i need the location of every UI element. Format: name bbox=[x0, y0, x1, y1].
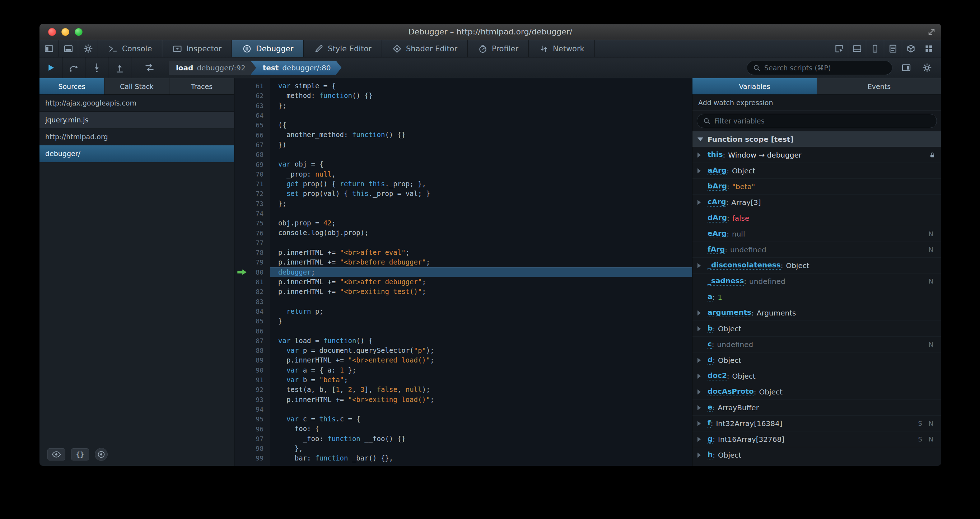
filter-variables-input[interactable] bbox=[714, 117, 931, 125]
code-line[interactable]: ({ bbox=[270, 120, 692, 130]
tab-style-editor[interactable]: Style Editor bbox=[304, 40, 382, 57]
expand-arrow-icon[interactable] bbox=[697, 358, 701, 363]
expand-arrow-icon[interactable] bbox=[697, 326, 701, 331]
code-line[interactable]: foo: { bbox=[270, 424, 692, 433]
tab-traces[interactable]: Traces bbox=[169, 78, 234, 94]
code-line[interactable]: return p; bbox=[270, 307, 692, 316]
resume-button[interactable] bbox=[40, 57, 62, 78]
app-grid-icon[interactable] bbox=[920, 40, 938, 57]
line-number[interactable]: 99 bbox=[234, 453, 270, 463]
code-line[interactable] bbox=[270, 150, 692, 159]
variable-row-c[interactable]: c:undefinedN bbox=[692, 337, 941, 352]
tab-console[interactable]: Console bbox=[98, 40, 162, 57]
variable-row-d[interactable]: d:Object bbox=[692, 352, 941, 368]
expand-arrow-icon[interactable] bbox=[697, 452, 701, 458]
line-number[interactable]: 88 bbox=[234, 345, 270, 355]
line-number[interactable]: 70 bbox=[234, 169, 270, 179]
code-line[interactable]: }; bbox=[270, 101, 692, 111]
code-line[interactable]: var a = { a: 1 }; bbox=[270, 365, 692, 375]
close-button[interactable] bbox=[48, 28, 56, 36]
code-line[interactable]: bar: function _bar() {}, bbox=[270, 453, 692, 463]
responsive-mode-icon[interactable] bbox=[866, 40, 884, 57]
code-line[interactable]: p.innerHTML += "<br>exiting load()"; bbox=[270, 395, 692, 404]
code-line[interactable] bbox=[270, 209, 692, 218]
code-line[interactable] bbox=[270, 326, 692, 336]
add-watch-expression[interactable]: Add watch expression bbox=[692, 95, 941, 111]
variable-row-docAsProto[interactable]: docAsProto:Object bbox=[692, 384, 941, 400]
pick-element-icon[interactable] bbox=[830, 40, 848, 57]
line-number[interactable]: 68 bbox=[234, 150, 270, 159]
variable-row-_sadness[interactable]: _sadness:undefinedN bbox=[692, 274, 941, 289]
line-number[interactable]: 79 bbox=[234, 257, 270, 267]
variable-row-aArg[interactable]: aArg:Object bbox=[692, 163, 941, 179]
code-line[interactable] bbox=[270, 111, 692, 120]
gear-icon[interactable] bbox=[78, 40, 98, 57]
source-item[interactable]: http://htmlpad.org bbox=[40, 129, 234, 145]
tab-shader-editor[interactable]: Shader Editor bbox=[382, 40, 468, 57]
toggle-panes-button[interactable] bbox=[899, 63, 913, 73]
line-number[interactable]: 78 bbox=[234, 248, 270, 257]
source-item[interactable]: jquery.min.js bbox=[40, 111, 234, 129]
pause-on-exceptions-button[interactable] bbox=[95, 448, 108, 461]
line-number[interactable]: 74 bbox=[234, 209, 270, 218]
variable-row-f[interactable]: f:Int32Array[16384]S N bbox=[692, 416, 941, 431]
search-scripts-input[interactable] bbox=[764, 64, 886, 72]
line-number[interactable]: 93 bbox=[234, 395, 270, 404]
code-line[interactable]: var b = "beta"; bbox=[270, 375, 692, 385]
stack-frame-load[interactable]: loaddebugger/:92 bbox=[169, 60, 256, 75]
variable-row-b[interactable]: b:Object bbox=[692, 321, 941, 337]
line-number[interactable]: 65 bbox=[234, 120, 270, 130]
line-number[interactable]: 85 bbox=[234, 316, 270, 326]
line-number[interactable]: 94 bbox=[234, 404, 270, 414]
tilt-3d-icon[interactable] bbox=[902, 40, 920, 57]
line-number[interactable]: 77 bbox=[234, 238, 270, 248]
variable-row-doc2[interactable]: doc2:Object bbox=[692, 368, 941, 384]
line-number[interactable]: 90 bbox=[234, 365, 270, 375]
line-number[interactable]: 69 bbox=[234, 159, 270, 169]
dock-side-icon[interactable] bbox=[40, 40, 59, 57]
line-number[interactable]: 73 bbox=[234, 199, 270, 209]
line-number[interactable]: 81 bbox=[234, 277, 270, 287]
expand-arrow-icon[interactable] bbox=[697, 168, 701, 174]
source-item[interactable]: http://ajax.googleapis.com bbox=[40, 95, 234, 111]
variable-row-g[interactable]: g:Int16Array[32768]S N bbox=[692, 431, 941, 447]
code-line[interactable]: p.innerHTML += "<br>after debugger"; bbox=[270, 277, 692, 287]
expand-arrow-icon[interactable] bbox=[697, 405, 701, 410]
code-line[interactable]: p.innerHTML += "<br>after eval"; bbox=[270, 248, 692, 257]
line-number[interactable]: 89 bbox=[234, 355, 270, 365]
code-line[interactable]: another_method: function() {} bbox=[270, 130, 692, 140]
code-line[interactable]: var c = this.c = { bbox=[270, 414, 692, 424]
code-line[interactable]: var p = document.querySelector("p"); bbox=[270, 345, 692, 355]
minimize-button[interactable] bbox=[61, 28, 69, 36]
line-number[interactable]: 83 bbox=[234, 297, 270, 307]
code-line[interactable] bbox=[270, 404, 692, 414]
split-console-icon[interactable] bbox=[848, 40, 866, 57]
tab-profiler[interactable]: Profiler bbox=[468, 40, 529, 57]
variable-row-h[interactable]: h:Object bbox=[692, 447, 941, 463]
expand-arrow-icon[interactable] bbox=[697, 421, 701, 426]
variable-row-arguments[interactable]: arguments:Arguments bbox=[692, 305, 941, 321]
code-line[interactable]: var obj = { bbox=[270, 159, 692, 169]
variable-row-fArg[interactable]: fArg:undefinedN bbox=[692, 242, 941, 258]
code-line[interactable]: }) bbox=[270, 140, 692, 150]
expand-arrow-icon[interactable] bbox=[697, 437, 701, 442]
tab-network[interactable]: Network bbox=[529, 40, 595, 57]
resize-icon[interactable] bbox=[927, 27, 936, 37]
tab-call-stack[interactable]: Call Stack bbox=[105, 78, 169, 94]
step-in-button[interactable] bbox=[86, 57, 108, 78]
pretty-print-button[interactable]: {} bbox=[71, 448, 89, 460]
code-line[interactable] bbox=[270, 238, 692, 248]
line-number[interactable]: 96 bbox=[234, 424, 270, 433]
code-line[interactable]: var load = function() { bbox=[270, 336, 692, 345]
expand-arrow-icon[interactable] bbox=[697, 263, 701, 268]
code-line[interactable]: _prop: null, bbox=[270, 169, 692, 179]
variable-row-cArg[interactable]: cArg:Array[3] bbox=[692, 194, 941, 210]
line-number[interactable]: 92 bbox=[234, 385, 270, 395]
variable-row-dArg[interactable]: dArg:false bbox=[692, 210, 941, 226]
variable-row-bArg[interactable]: bArg:"beta" bbox=[692, 179, 941, 194]
blackbox-toggle-button[interactable] bbox=[139, 57, 159, 78]
line-number[interactable]: 80 bbox=[234, 267, 270, 277]
stack-frame-test[interactable]: testdebugger/:80 bbox=[251, 60, 342, 75]
code-line[interactable]: get prop() { return this._prop; }, bbox=[270, 179, 692, 189]
code-line[interactable]: method: function() {} bbox=[270, 91, 692, 100]
